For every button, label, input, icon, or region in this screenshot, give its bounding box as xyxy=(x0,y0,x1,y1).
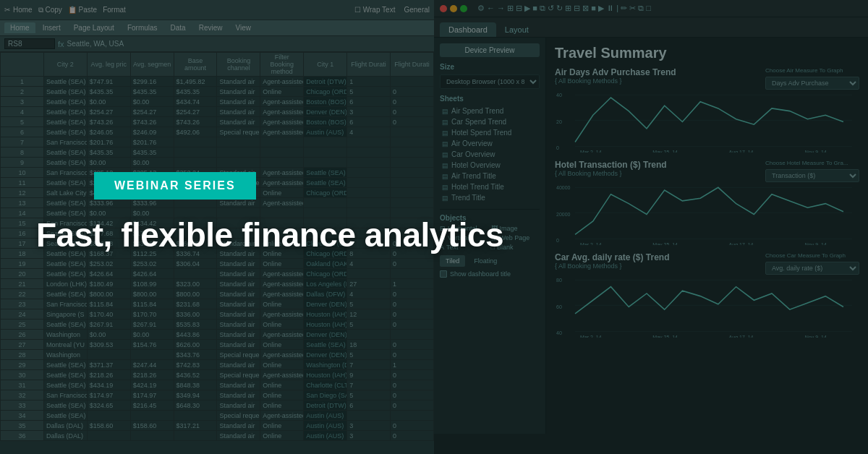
main-headline: Fast, flexible finance analytics xyxy=(36,217,832,254)
webinar-badge: WEBINAR SERIES xyxy=(94,172,256,200)
